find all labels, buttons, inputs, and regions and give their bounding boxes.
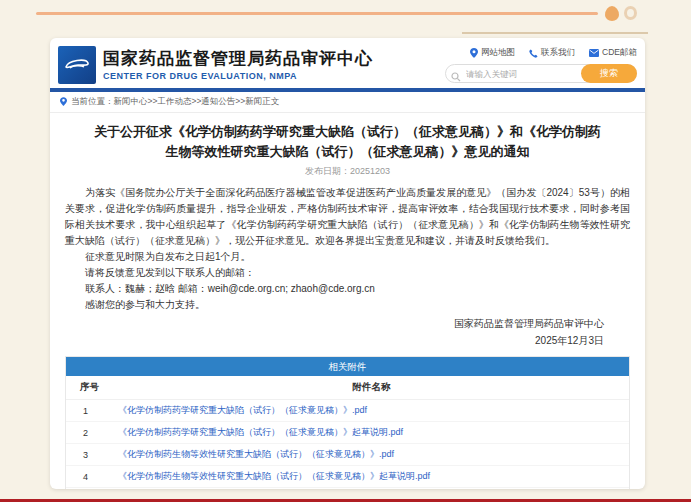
cde-mail-link[interactable]: CDE邮箱: [589, 47, 637, 59]
attachment-link[interactable]: 《化学仿制药药学研究重大缺陷（试行）（征求意见稿）》起草说明.pdf: [118, 427, 403, 437]
envelope-icon: [589, 49, 599, 57]
header-right: 网站地图 联系我们 CDE邮箱: [445, 44, 637, 86]
table-row: 5 《化学仿制药药学研究重大缺陷（试行）（征求意见稿）》意见反馈表.docx: [66, 488, 629, 490]
table-row: 1 《化学仿制药药学研究重大缺陷（试行）（征求意见稿）》.pdf: [66, 400, 629, 422]
decor-dot-outline: [624, 6, 637, 20]
location-pin-icon: [470, 48, 478, 58]
site-header: 国家药品监督管理局药品审评中心 CENTER FOR DRUG EVALUATI…: [50, 38, 645, 86]
attachments-rows: 1 《化学仿制药药学研究重大缺陷（试行）（征求意见稿）》.pdf 2 《化学仿制…: [66, 400, 629, 490]
breadcrumb-text: 当前位置：新闻中心>>工作动态>>通知公告>>新闻正文: [71, 96, 279, 108]
attachment-link[interactable]: 《化学仿制药生物等效性研究重大缺陷（试行）（征求意见稿）》.pdf: [118, 449, 394, 459]
signature-org: 国家药品监督管理局药品审评中心: [65, 315, 604, 332]
attachment-no: 5: [66, 488, 114, 490]
table-row: 4 《化学仿制药生物等效性研究重大缺陷（试行）（征求意见稿）》起草说明.pdf: [66, 466, 629, 488]
decor-dot-filled: [605, 6, 619, 21]
decor-line-top: [36, 12, 598, 15]
column-header-name: 附件名称: [114, 376, 629, 400]
contact-us-label: 联系我们: [541, 47, 575, 59]
article-title: 关于公开征求《化学仿制药药学研究重大缺陷（试行）（征求意见稿）》和《化学仿制药生…: [93, 122, 602, 161]
column-header-no: 序号: [66, 376, 114, 400]
signature-block: 国家药品监督管理局药品审评中心 2025年12月3日: [65, 315, 630, 349]
phone-icon: [529, 49, 538, 58]
site-content-card: 国家药品监督管理局药品审评中心 CENTER FOR DRUG EVALUATI…: [50, 38, 645, 489]
attachment-link[interactable]: 《化学仿制药生物等效性研究重大缺陷（试行）（征求意见稿）》起草说明.pdf: [118, 471, 430, 481]
attachment-no: 3: [66, 444, 114, 466]
attachment-link[interactable]: 《化学仿制药药学研究重大缺陷（试行）（征求意见稿）》.pdf: [118, 405, 367, 415]
contact-us-link[interactable]: 联系我们: [529, 47, 575, 59]
table-row: 2 《化学仿制药药学研究重大缺陷（试行）（征求意见稿）》起草说明.pdf: [66, 422, 629, 444]
attachment-no: 2: [66, 422, 114, 444]
article-paragraph: 感谢您的参与和大力支持。: [65, 297, 630, 313]
top-links: 网站地图 联系我们 CDE邮箱: [470, 47, 637, 59]
attachments-section: 相关附件 序号 附件名称 1 《化学仿制药药学研究重大缺陷（试行）: [65, 356, 630, 489]
search-button[interactable]: 搜索: [581, 64, 637, 83]
cde-mail-label: CDE邮箱: [602, 47, 637, 59]
page-background: 国家药品监督管理局药品审评中心 CENTER FOR DRUG EVALUATI…: [0, 0, 691, 502]
location-pin-icon: [60, 97, 67, 108]
breadcrumb: 当前位置：新闻中心>>工作动态>>通知公告>>新闻正文: [50, 92, 645, 113]
article-body: 为落实《国务院办公厅关于全面深化药品医疗器械监管改革促进医药产业高质量发展的意见…: [65, 185, 630, 313]
brand-text: 国家药品监督管理局药品审评中心 CENTER FOR DRUG EVALUATI…: [103, 49, 373, 81]
org-subtitle: CENTER FOR DRUG EVALUATION, NMPA: [103, 71, 373, 81]
sitemap-label: 网站地图: [481, 47, 515, 59]
sitemap-link[interactable]: 网站地图: [470, 47, 515, 59]
attachments-table: 序号 附件名称 1 《化学仿制药药学研究重大缺陷（试行）（征求意见稿）》.pdf: [66, 376, 629, 489]
signature-date: 2025年12月3日: [65, 332, 604, 349]
table-row: 3 《化学仿制药生物等效性研究重大缺陷（试行）（征求意见稿）》.pdf: [66, 444, 629, 466]
attachments-title: 相关附件: [66, 357, 629, 376]
brand: 国家药品监督管理局药品审评中心 CENTER FOR DRUG EVALUATI…: [58, 44, 373, 86]
article-paragraph: 联系人：魏赫；赵晗 邮箱：weih@cde.org.cn; zhaoh@cde.…: [65, 281, 630, 297]
decor-line-right: [462, 32, 648, 34]
org-title: 国家药品监督管理局药品审评中心: [103, 49, 373, 69]
article-paragraph: 征求意见时限为自发布之日起1个月。: [65, 249, 630, 265]
attachment-no: 4: [66, 466, 114, 488]
publish-date: 发布日期：20251203: [65, 165, 630, 178]
attachment-no: 1: [66, 400, 114, 422]
article-paragraph: 请将反馈意见发到以下联系人的邮箱：: [65, 265, 630, 281]
article-paragraph: 为落实《国务院办公厅关于全面深化药品医疗器械监管改革促进医药产业高质量发展的意见…: [65, 185, 630, 249]
search-icon: [451, 68, 461, 86]
cde-logo-icon: [58, 46, 96, 84]
article: 关于公开征求《化学仿制药药学研究重大缺陷（试行）（征求意见稿）》和《化学仿制药生…: [50, 113, 645, 489]
search-bar: 搜索: [445, 64, 637, 83]
